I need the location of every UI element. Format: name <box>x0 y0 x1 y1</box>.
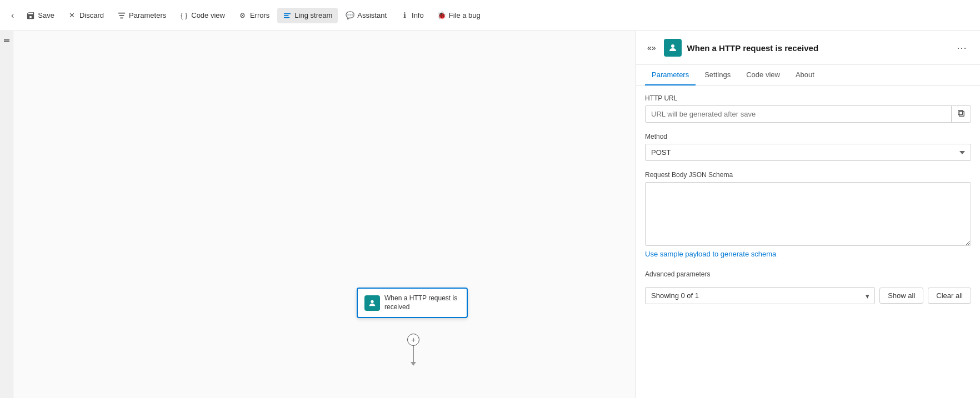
method-label: Method <box>645 133 971 140</box>
errors-button[interactable]: ⊗ Errors <box>233 8 275 23</box>
adv-select-wrapper: Showing 0 of 1 ▾ <box>645 287 875 304</box>
method-field-group: Method POST GET PUT DELETE <box>645 133 971 161</box>
right-panel: «» When a HTTP request is received ⋯ Par… <box>636 31 980 398</box>
copy-url-button[interactable] <box>951 106 971 122</box>
panel-body: HTTP URL Method POST GET PUT DELETE <box>636 85 980 398</box>
bug-icon: 🐞 <box>437 11 446 20</box>
tab-settings[interactable]: Settings <box>698 65 737 85</box>
save-label: Save <box>38 11 54 19</box>
svg-rect-4 <box>284 15 289 16</box>
svg-point-8 <box>371 300 373 303</box>
parameters-button[interactable]: Parameters <box>112 8 172 23</box>
panel-menu-button[interactable]: ⋯ <box>952 39 971 56</box>
errors-icon: ⊗ <box>238 11 247 20</box>
svg-rect-10 <box>959 112 964 117</box>
json-schema-label: Request Body JSON Schema <box>645 171 971 179</box>
svg-rect-2 <box>120 17 123 18</box>
show-all-button[interactable]: Show all <box>879 288 923 304</box>
flow-add-button[interactable]: + <box>407 334 419 346</box>
flow-node[interactable]: When a HTTP request is received <box>357 288 468 318</box>
node-icon <box>364 295 380 311</box>
svg-point-9 <box>671 44 674 48</box>
parameters-icon <box>117 11 126 20</box>
panel-tabs: Parameters Settings Code view About <box>636 65 980 85</box>
json-schema-textarea[interactable] <box>645 182 971 246</box>
assistant-icon: 💬 <box>346 11 354 20</box>
advanced-params-row: Showing 0 of 1 ▾ Show all Clear all <box>645 287 971 304</box>
http-url-label: HTTP URL <box>645 94 971 102</box>
file-bug-button[interactable]: 🐞 File a bug <box>432 8 486 23</box>
code-view-button[interactable]: { } Code view <box>174 8 231 23</box>
save-button[interactable]: Save <box>21 8 60 23</box>
ling-stream-button[interactable]: Ling stream <box>277 8 338 23</box>
tab-about[interactable]: About <box>789 65 821 85</box>
assistant-label: Assistant <box>357 11 387 19</box>
panel-title: When a HTTP request is received <box>687 43 947 53</box>
http-url-input[interactable] <box>646 106 951 122</box>
http-url-input-wrapper <box>645 105 971 123</box>
main-area: When a HTTP request is received + «» Whe… <box>0 31 980 398</box>
file-bug-label: File a bug <box>449 11 481 19</box>
panel-collapse-button[interactable]: «» <box>645 41 658 54</box>
toolbar: ‹ Save ✕ Discard Parameters { } Code vie… <box>0 0 980 31</box>
canvas[interactable]: When a HTTP request is received + <box>13 31 636 398</box>
tab-code-view[interactable]: Code view <box>739 65 787 85</box>
code-icon: { } <box>179 11 188 20</box>
discard-button[interactable]: ✕ Discard <box>62 8 109 23</box>
discard-label: Discard <box>79 11 104 19</box>
json-schema-field-group: Request Body JSON Schema Use sample payl… <box>645 171 971 260</box>
svg-rect-3 <box>284 13 291 14</box>
flow-connector <box>413 346 414 362</box>
info-button[interactable]: ℹ Info <box>394 8 429 23</box>
svg-rect-7 <box>4 41 9 42</box>
node-label: When a HTTP request is received <box>384 294 460 311</box>
advanced-label: Advanced parameters <box>645 270 971 278</box>
svg-rect-5 <box>284 17 290 18</box>
discard-icon: ✕ <box>68 11 77 20</box>
left-panel <box>0 31 13 398</box>
tab-parameters[interactable]: Parameters <box>645 65 696 85</box>
clear-all-button[interactable]: Clear all <box>928 288 971 304</box>
ling-stream-icon <box>283 11 292 20</box>
info-label: Info <box>412 11 424 19</box>
ling-stream-label: Ling stream <box>294 11 332 19</box>
info-icon: ℹ <box>400 11 409 20</box>
http-url-field-group: HTTP URL <box>645 94 971 123</box>
svg-rect-0 <box>118 12 125 13</box>
code-view-label: Code view <box>191 11 225 19</box>
left-toggle[interactable] <box>2 36 12 46</box>
advanced-params-section: Advanced parameters Showing 0 of 1 ▾ Sho… <box>645 270 971 304</box>
back-button[interactable]: ‹ <box>7 7 18 24</box>
method-select[interactable]: POST GET PUT DELETE <box>645 144 971 161</box>
svg-rect-1 <box>119 15 124 16</box>
sample-payload-link[interactable]: Use sample payload to generate schema <box>645 248 776 260</box>
errors-label: Errors <box>250 11 269 19</box>
panel-node-icon <box>664 39 682 57</box>
advanced-select[interactable]: Showing 0 of 1 <box>645 287 875 304</box>
parameters-label: Parameters <box>129 11 166 19</box>
panel-header: «» When a HTTP request is received ⋯ <box>636 31 980 65</box>
svg-rect-6 <box>4 39 9 41</box>
assistant-button[interactable]: 💬 Assistant <box>340 8 392 23</box>
save-icon <box>26 11 35 20</box>
